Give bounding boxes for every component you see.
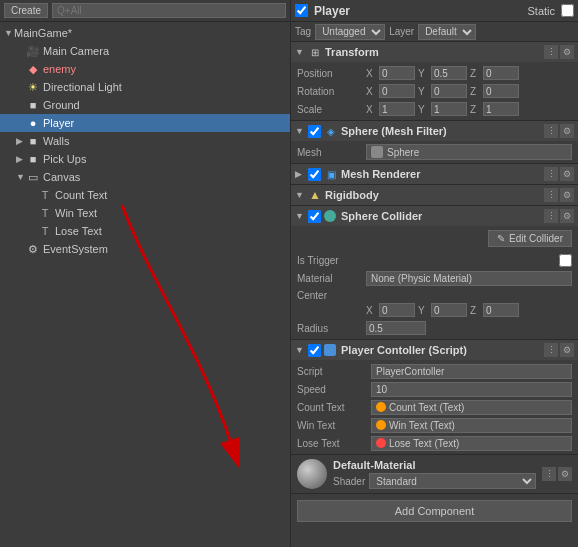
rot-z-input[interactable] — [483, 84, 519, 98]
pickups-icon: ■ — [26, 152, 40, 166]
pos-z-label: Z — [470, 68, 480, 79]
create-button[interactable]: Create — [4, 3, 48, 18]
mesh-filter-title: Sphere (Mesh Filter) — [341, 125, 541, 137]
center-x-input[interactable] — [379, 303, 415, 317]
hierarchy-item-win-text[interactable]: T Win Text — [0, 204, 290, 222]
scale-z-label: Z — [470, 104, 480, 115]
shader-select[interactable]: Standard — [369, 473, 536, 489]
hierarchy-item-lose-text[interactable]: T Lose Text — [0, 222, 290, 240]
radius-input[interactable] — [366, 321, 426, 335]
mesh-renderer-btn2[interactable]: ⚙ — [560, 167, 574, 181]
rigidbody-header[interactable]: ▼ ▲ Rigidbody ⋮ ⚙ — [291, 185, 578, 205]
active-checkbox[interactable] — [295, 4, 308, 17]
mesh-renderer-check[interactable] — [308, 168, 321, 181]
transform-btn1[interactable]: ⋮ — [544, 45, 558, 59]
mesh-filter-header[interactable]: ▼ ◈ Sphere (Mesh Filter) ⋮ ⚙ — [291, 121, 578, 141]
edit-collider-label: Edit Collider — [509, 233, 563, 244]
search-input[interactable] — [52, 3, 286, 18]
player-controller-btn1[interactable]: ⋮ — [544, 343, 558, 357]
transform-body: Position X Y Z Rotation X — [291, 62, 578, 120]
rot-x-input[interactable] — [379, 84, 415, 98]
rotation-label: Rotation — [297, 86, 362, 97]
hierarchy-item-canvas[interactable]: ▼ ▭ Canvas — [0, 168, 290, 186]
hierarchy-item-event-system[interactable]: ⚙ EventSystem — [0, 240, 290, 258]
layer-select[interactable]: Default — [418, 24, 476, 40]
tag-select[interactable]: Untagged — [315, 24, 385, 40]
win-text-script-value: Win Text (Text) — [371, 418, 572, 433]
mesh-filter-btn2[interactable]: ⚙ — [560, 124, 574, 138]
trigger-label: Is Trigger — [297, 255, 555, 266]
rotation-row: Rotation X Y Z — [297, 82, 572, 100]
hierarchy-root[interactable]: ▼ MainGame* — [0, 24, 290, 42]
pos-y-input[interactable] — [431, 66, 467, 80]
position-label: Position — [297, 68, 362, 79]
shader-row: Shader Standard — [333, 473, 536, 489]
center-xyz: X Y Z — [366, 303, 572, 317]
transform-component: ▼ ⊞ Transform ⋮ ⚙ Position X Y — [291, 42, 578, 121]
hierarchy-item-player[interactable]: ● Player — [0, 114, 290, 132]
hierarchy-item-directional-light[interactable]: ☀ Directional Light — [0, 78, 290, 96]
player-controller-btn2[interactable]: ⚙ — [560, 343, 574, 357]
hierarchy-toolbar: Create — [0, 0, 290, 22]
center-y-input[interactable] — [431, 303, 467, 317]
hierarchy-item-pick-ups[interactable]: ▶ ■ Pick Ups — [0, 150, 290, 168]
speed-label: Speed — [297, 384, 367, 395]
hierarchy-item-walls[interactable]: ▶ ■ Walls — [0, 132, 290, 150]
hierarchy-item-enemy[interactable]: ◆ enemy — [0, 60, 290, 78]
static-checkbox[interactable] — [561, 4, 574, 17]
rigidbody-btn1[interactable]: ⋮ — [544, 188, 558, 202]
center-z-label: Z — [470, 305, 480, 316]
rot-z-label: Z — [470, 86, 480, 97]
transform-btn2[interactable]: ⚙ — [560, 45, 574, 59]
canvas-icon: ▭ — [26, 170, 40, 184]
player-controller-check[interactable] — [308, 344, 321, 357]
trigger-checkbox[interactable] — [559, 254, 572, 267]
tag-label: Tag — [295, 26, 311, 37]
rot-y-input[interactable] — [431, 84, 467, 98]
material-btn2[interactable]: ⚙ — [558, 467, 572, 481]
mesh-renderer-btn1[interactable]: ⋮ — [544, 167, 558, 181]
script-value-text: PlayerContoller — [376, 366, 444, 377]
add-component-button[interactable]: Add Component — [297, 500, 572, 522]
trigger-row: Is Trigger — [297, 251, 572, 269]
radius-row: Radius — [297, 319, 572, 337]
rotation-xyz: X Y Z — [366, 84, 572, 98]
mesh-renderer-arrow: ▶ — [295, 169, 305, 179]
center-z-input[interactable] — [483, 303, 519, 317]
walls-icon: ■ — [26, 134, 40, 148]
transform-header[interactable]: ▼ ⊞ Transform ⋮ ⚙ — [291, 42, 578, 62]
enemy-icon: ◆ — [26, 62, 40, 76]
transform-icon: ⊞ — [308, 45, 322, 59]
ground-icon: ■ — [26, 98, 40, 112]
player-controller-header[interactable]: ▼ Player Contoller (Script) ⋮ ⚙ — [291, 340, 578, 360]
hierarchy-item-ground[interactable]: ■ Ground — [0, 96, 290, 114]
mesh-filter-check[interactable] — [308, 125, 321, 138]
edit-collider-btn[interactable]: ✎ Edit Collider — [488, 230, 572, 247]
radius-label: Radius — [297, 323, 362, 334]
pick-ups-label: Pick Ups — [43, 153, 86, 165]
sphere-collider-header[interactable]: ▼ Sphere Collider ⋮ ⚙ — [291, 206, 578, 226]
mesh-filter-btn1[interactable]: ⋮ — [544, 124, 558, 138]
walls-arrow: ▶ — [16, 136, 26, 146]
scale-y-input[interactable] — [431, 102, 467, 116]
scale-z-input[interactable] — [483, 102, 519, 116]
main-camera-label: Main Camera — [43, 45, 109, 57]
hierarchy-item-count-text[interactable]: T Count Text — [0, 186, 290, 204]
hierarchy-item-main-camera[interactable]: 🎥 Main Camera — [0, 42, 290, 60]
player-controller-btns: ⋮ ⚙ — [544, 343, 574, 357]
scale-x-input[interactable] — [379, 102, 415, 116]
sphere-collider-btn1[interactable]: ⋮ — [544, 209, 558, 223]
hierarchy-list: ▼ MainGame* 🎥 Main Camera ◆ enemy ☀ Dire… — [0, 22, 290, 547]
player-name: Player — [314, 4, 521, 18]
pos-z-input[interactable] — [483, 66, 519, 80]
sphere-collider-check[interactable] — [308, 210, 321, 223]
material-btn1[interactable]: ⋮ — [542, 467, 556, 481]
mesh-renderer-header[interactable]: ▶ ▣ Mesh Renderer ⋮ ⚙ — [291, 164, 578, 184]
rigidbody-btn2[interactable]: ⚙ — [560, 188, 574, 202]
sphere-collider-component: ▼ Sphere Collider ⋮ ⚙ ✎ Edit Collider — [291, 206, 578, 340]
mesh-field-label: Mesh — [297, 147, 362, 158]
pos-x-input[interactable] — [379, 66, 415, 80]
sphere-collider-btn2[interactable]: ⚙ — [560, 209, 574, 223]
canvas-arrow: ▼ — [16, 172, 26, 182]
pos-y-label: Y — [418, 68, 428, 79]
